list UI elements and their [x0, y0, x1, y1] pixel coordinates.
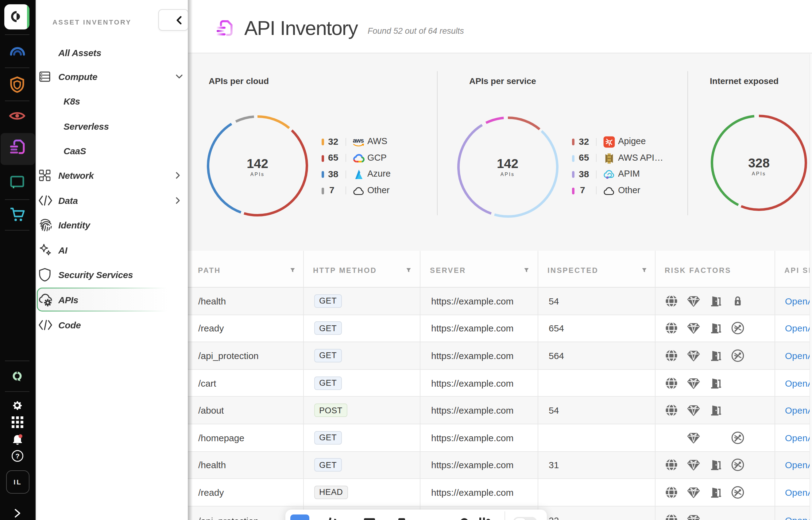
svg-text:aws: aws: [352, 137, 364, 144]
svg-text:?: ?: [15, 452, 19, 460]
